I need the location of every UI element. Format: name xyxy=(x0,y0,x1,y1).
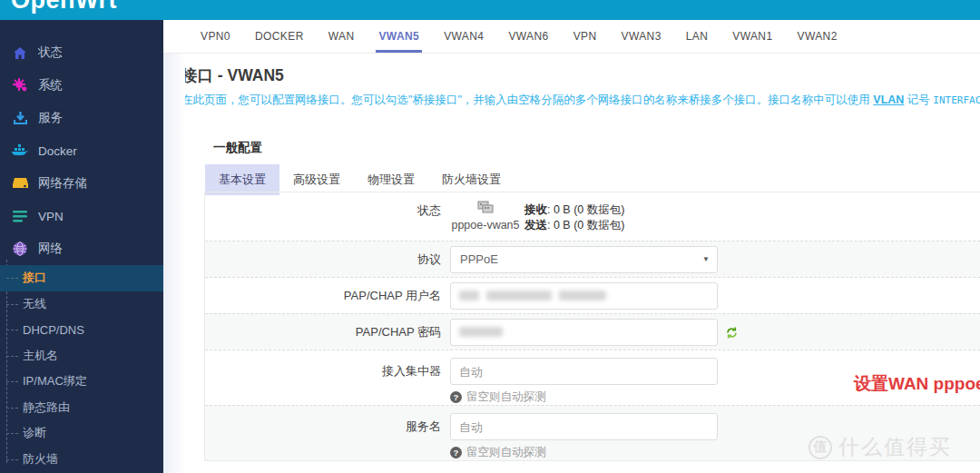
tx-value: : 0 B (0 数据包) xyxy=(547,219,624,232)
tab-vwan2[interactable]: VWAN2 xyxy=(795,20,840,53)
tab-vwan6[interactable]: VWAN6 xyxy=(505,20,551,53)
globe-icon xyxy=(12,241,28,256)
rx-label: 接收 xyxy=(524,203,547,216)
access-concentrator-input[interactable] xyxy=(450,358,718,385)
chevron-down-icon: ▼ xyxy=(702,255,710,263)
subtab-label: 防火墙设置 xyxy=(442,172,501,186)
sidebar-item-label: 系统 xyxy=(38,77,63,94)
interface-config-form: 状态 pppoe-vwan5 接收: 0 B (0 数据包) 发送: 0 B (… xyxy=(204,192,980,461)
access-concentrator-row: 接入集中器 ? 留空则自动探测 设置WAN pppoe 拨号 xyxy=(205,350,980,405)
interface-token: INTERFACE.VLANNR xyxy=(933,94,980,106)
refresh-icon[interactable] xyxy=(725,326,739,340)
sidebar-item-vpn[interactable]: VPN xyxy=(0,200,163,232)
service-name-input[interactable] xyxy=(450,413,718,440)
sidebar: 状态 系统 服务 Docker 网络存储 VPN 网络 xyxy=(0,20,163,473)
layers-icon xyxy=(12,209,28,223)
sidebar-subitem-diagnostics[interactable]: 诊断 xyxy=(0,420,163,447)
tx-line: 发送: 0 B (0 数据包) xyxy=(524,218,624,233)
tab-label: VWAN4 xyxy=(444,30,484,43)
sidebar-subitem-static-routes[interactable]: 静态路由 xyxy=(0,395,163,421)
sidebar-subitem-label: 接口 xyxy=(23,270,46,286)
help-icon: ? xyxy=(450,391,462,403)
redacted-text xyxy=(486,291,552,301)
sidebar-subitem-label: DHCP/DNS xyxy=(23,323,84,337)
sidebar-item-network[interactable]: 网络 xyxy=(0,232,163,265)
sidebar-subitem-firewall[interactable]: 防火墙 xyxy=(0,447,163,473)
protocol-selected-value: PPPoE xyxy=(460,252,498,266)
help-icon: ? xyxy=(450,447,462,458)
username-input[interactable] xyxy=(450,282,718,310)
help-text: 留空则自动探测 xyxy=(466,389,546,405)
openwrt-logo: OpenWrt xyxy=(11,0,117,15)
description-text: 在此页面，您可以配置网络接口。您可以勾选"桥接接口"，并输入由空格分隔的多个网络… xyxy=(181,94,873,106)
password-label: PAP/CHAP 密码 xyxy=(205,324,450,340)
page-title: 接口 - VWAN5 xyxy=(181,64,284,86)
sidebar-subitem-label: 主机名 xyxy=(23,348,58,364)
service-name-label: 服务名 xyxy=(205,413,450,460)
sidebar-subitem-hostname[interactable]: 主机名 xyxy=(0,343,163,370)
tab-label: LAN xyxy=(686,30,709,43)
subtab-firewall-settings[interactable]: 防火墙设置 xyxy=(428,164,514,195)
password-row: PAP/CHAP 密码 xyxy=(205,313,980,350)
rx-line: 接收: 0 B (0 数据包) xyxy=(524,202,624,218)
home-icon xyxy=(12,45,28,60)
sidebar-subitem-label: IP/MAC绑定 xyxy=(23,373,87,389)
access-concentrator-label: 接入集中器 xyxy=(205,358,450,405)
sidebar-item-label: Docker xyxy=(38,144,77,158)
tab-vwan3[interactable]: VWAN3 xyxy=(619,20,664,53)
tab-label: VPN xyxy=(573,30,597,43)
vlan-link[interactable]: VLAN xyxy=(873,94,904,106)
sidebar-item-status[interactable]: 状态 xyxy=(0,36,163,69)
interface-icon xyxy=(477,201,495,218)
sidebar-subitem-interfaces[interactable]: 接口 xyxy=(0,265,163,291)
sidebar-item-system[interactable]: 系统 xyxy=(0,69,163,102)
sidebar-item-label: 状态 xyxy=(38,44,63,61)
settings-subtabs: 基本设置 高级设置 物理设置 防火墙设置 xyxy=(205,164,514,195)
subtab-general-settings[interactable]: 基本设置 xyxy=(205,164,279,195)
section-title: 一般配置 xyxy=(213,140,262,156)
tab-docker[interactable]: DOCKER xyxy=(252,20,307,53)
status-label: 状态 xyxy=(205,201,450,241)
tab-vwan5[interactable]: VWAN5 xyxy=(376,20,422,53)
subtab-label: 基本设置 xyxy=(219,172,266,186)
sidebar-item-network-storage[interactable]: 网络存储 xyxy=(0,167,163,200)
tab-vwan1[interactable]: VWAN1 xyxy=(730,20,775,53)
device-name: pppoe-vwan5 xyxy=(451,219,519,232)
tx-label: 发送 xyxy=(524,219,547,232)
help-text: 留空则自动探测 xyxy=(466,445,546,460)
top-header: OpenWrt xyxy=(0,0,980,20)
sidebar-item-services[interactable]: 服务 xyxy=(0,102,163,134)
sidebar-subitem-dhcp-dns[interactable]: DHCP/DNS xyxy=(0,317,163,343)
protocol-select[interactable]: PPPoE ▼ xyxy=(450,246,718,273)
tab-label: VWAN1 xyxy=(732,30,772,43)
sidebar-item-label: 网络 xyxy=(38,241,63,257)
tab-label: DOCKER xyxy=(255,30,304,43)
redacted-text xyxy=(459,291,479,301)
protocol-row: 协议 PPPoE ▼ xyxy=(205,241,980,277)
subtab-physical-settings[interactable]: 物理设置 xyxy=(354,164,428,195)
traffic-stats: 接收: 0 B (0 数据包) 发送: 0 B (0 数据包) xyxy=(524,201,624,233)
sidebar-subitem-label: 无线 xyxy=(23,296,46,312)
network-submenu: 接口 无线 DHCP/DNS 主机名 IP/MAC绑定 静态路由 诊断 防火墙 xyxy=(0,265,163,472)
tab-vpn[interactable]: VPN xyxy=(571,20,600,53)
tab-label: VWAN2 xyxy=(798,30,838,43)
sidebar-item-label: VPN xyxy=(38,210,64,223)
main-content: 接口 - VWAN5 在此页面，您可以配置网络接口。您可以勾选"桥接接口"，并输… xyxy=(163,54,980,473)
docker-whale-icon xyxy=(12,143,28,158)
tab-label: VWAN3 xyxy=(622,30,662,43)
watermark-text: 什么值得买 xyxy=(838,433,952,461)
username-row: PAP/CHAP 用户名 xyxy=(205,277,980,313)
tab-vpn0[interactable]: VPN0 xyxy=(198,20,233,53)
subtab-advanced-settings[interactable]: 高级设置 xyxy=(279,164,354,195)
tab-vwan4[interactable]: VWAN4 xyxy=(441,20,486,53)
tab-label: VWAN6 xyxy=(508,30,548,43)
watermark-badge: 值 xyxy=(808,436,832,459)
tab-wan[interactable]: WAN xyxy=(326,20,358,53)
sidebar-subitem-ip-mac-binding[interactable]: IP/MAC绑定 xyxy=(0,369,163,395)
sidebar-subitem-wireless[interactable]: 无线 xyxy=(0,291,163,318)
sidebar-subitem-label: 诊断 xyxy=(23,425,46,441)
subtab-label: 物理设置 xyxy=(368,172,415,186)
tab-lan[interactable]: LAN xyxy=(683,20,711,53)
password-input[interactable] xyxy=(450,319,718,346)
sidebar-item-docker[interactable]: Docker xyxy=(0,134,163,167)
